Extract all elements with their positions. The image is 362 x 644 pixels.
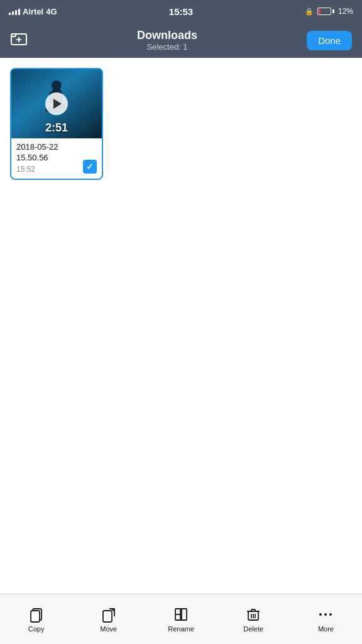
play-triangle-icon: [53, 99, 62, 109]
battery-icon: [317, 8, 334, 15]
signal-bars: [9, 8, 20, 15]
file-grid: 2:51 2018-05-2215.50.56 15:52 ✓: [10, 68, 352, 180]
move-label: Move: [100, 625, 117, 633]
move-icon: [101, 606, 117, 623]
rename-label: Rename: [168, 625, 194, 633]
network-type: 4G: [46, 7, 57, 16]
svg-point-23: [324, 613, 327, 616]
new-folder-button[interactable]: [10, 30, 28, 51]
toolbar-delete[interactable]: Delete: [217, 606, 290, 633]
toolbar-move[interactable]: Move: [72, 606, 145, 633]
carrier-info: Airtel 4G: [9, 7, 57, 16]
svg-rect-10: [103, 611, 112, 622]
checkbox-area[interactable]: ✓: [83, 160, 97, 174]
battery-body: [317, 8, 331, 15]
lock-icon: 🔒: [305, 8, 314, 16]
status-bar: Airtel 4G 15:53 🔒 12%: [0, 0, 362, 23]
more-label: More: [318, 625, 334, 633]
signal-bar-3: [15, 10, 17, 15]
svg-point-24: [329, 613, 332, 616]
bottom-toolbar: Copy Move Rename Delete: [0, 594, 362, 644]
toolbar-rename[interactable]: Rename: [145, 606, 217, 633]
toolbar-more[interactable]: More: [290, 606, 362, 633]
toolbar-copy[interactable]: Copy: [0, 606, 72, 633]
status-time: 15:53: [169, 6, 193, 17]
battery-percent: 12%: [338, 7, 353, 16]
signal-bar-4: [18, 9, 20, 15]
svg-point-5: [52, 80, 62, 91]
delete-icon: [245, 606, 261, 623]
svg-point-22: [319, 613, 322, 616]
status-right: 🔒 12%: [305, 7, 353, 16]
content-area: 2:51 2018-05-2215.50.56 15:52 ✓: [0, 58, 362, 594]
duration-badge: 2:51: [45, 121, 68, 135]
nav-bar: Downloads Selected: 1 Done: [0, 23, 362, 58]
nav-title: Downloads: [137, 29, 197, 42]
svg-rect-9: [31, 611, 40, 622]
battery-fill: [319, 9, 321, 14]
file-thumbnail: 2:51: [11, 69, 102, 138]
checkbox-checked: ✓: [83, 160, 97, 174]
file-item[interactable]: 2:51 2018-05-2215.50.56 15:52 ✓: [10, 68, 103, 180]
play-button: [45, 92, 68, 115]
done-button[interactable]: Done: [307, 31, 352, 50]
rename-icon: [173, 606, 189, 623]
carrier-label: Airtel: [23, 7, 43, 16]
signal-bar-2: [12, 11, 14, 15]
battery-tip: [332, 9, 334, 13]
nav-center: Downloads Selected: 1: [137, 29, 197, 52]
delete-label: Delete: [243, 625, 263, 633]
more-icon: [317, 606, 334, 623]
signal-bar-1: [9, 13, 11, 15]
copy-icon: [28, 606, 45, 623]
nav-subtitle: Selected: 1: [137, 42, 197, 52]
copy-label: Copy: [28, 625, 45, 633]
